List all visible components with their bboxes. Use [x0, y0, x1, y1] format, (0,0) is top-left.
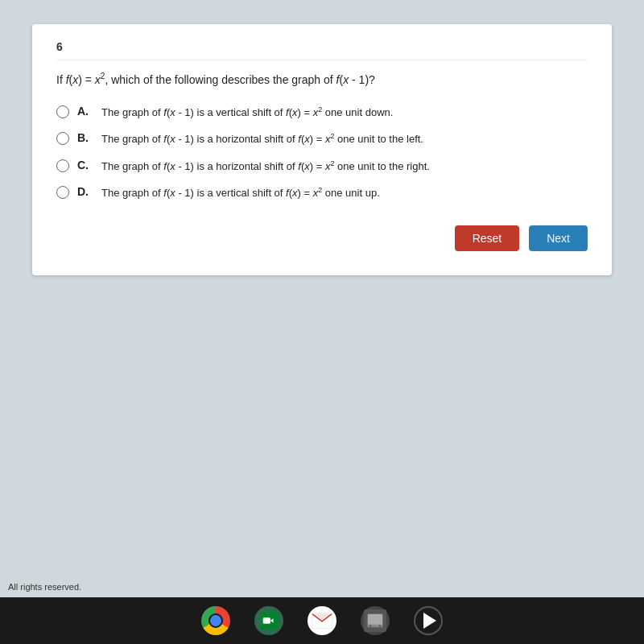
- option-b-text: The graph of f(x - 1) is a horizontal sh…: [101, 131, 423, 147]
- svg-point-6: [369, 625, 371, 626]
- meet-icon[interactable]: [254, 606, 283, 635]
- option-c[interactable]: C. The graph of f(x - 1) is a horizontal…: [56, 159, 588, 175]
- option-a[interactable]: A. The graph of f(x - 1) is a vertical s…: [56, 105, 588, 121]
- option-a-letter: A.: [77, 105, 93, 118]
- button-row: Reset Next: [56, 225, 588, 251]
- svg-rect-1: [263, 617, 270, 623]
- footer-text: All rights reserved.: [8, 582, 81, 592]
- taskbar: [0, 597, 644, 644]
- reset-button[interactable]: Reset: [455, 225, 520, 251]
- radio-b[interactable]: [56, 132, 69, 145]
- content-area: 6 If f(x) = x2, which of the following d…: [0, 0, 644, 644]
- option-b[interactable]: B. The graph of f(x - 1) is a horizontal…: [56, 131, 588, 147]
- svg-point-7: [379, 625, 381, 626]
- option-b-letter: B.: [77, 131, 93, 144]
- play-icon[interactable]: [414, 606, 443, 635]
- screen: 6 If f(x) = x2, which of the following d…: [0, 0, 644, 644]
- radio-c[interactable]: [56, 159, 69, 172]
- chrome-icon[interactable]: [201, 606, 230, 635]
- radio-d[interactable]: [56, 186, 69, 199]
- question-number: 6: [56, 40, 588, 60]
- option-c-text: The graph of f(x - 1) is a horizontal sh…: [101, 159, 430, 175]
- drive-icon[interactable]: [361, 606, 390, 635]
- option-c-letter: C.: [77, 159, 93, 171]
- gmail-icon[interactable]: [308, 606, 336, 635]
- option-d[interactable]: D. The graph of f(x - 1) is a vertical s…: [56, 185, 588, 201]
- quiz-card: 6 If f(x) = x2, which of the following d…: [32, 24, 612, 275]
- svg-rect-4: [368, 614, 383, 625]
- option-d-letter: D.: [77, 185, 93, 198]
- radio-a[interactable]: [56, 105, 69, 118]
- option-a-text: The graph of f(x - 1) is a vertical shif…: [101, 105, 393, 121]
- option-d-text: The graph of f(x - 1) is a vertical shif…: [101, 185, 380, 201]
- question-text: If f(x) = x2, which of the following des…: [56, 70, 588, 89]
- play-triangle: [423, 613, 436, 629]
- next-button[interactable]: Next: [529, 225, 588, 251]
- options-list: A. The graph of f(x - 1) is a vertical s…: [56, 105, 588, 201]
